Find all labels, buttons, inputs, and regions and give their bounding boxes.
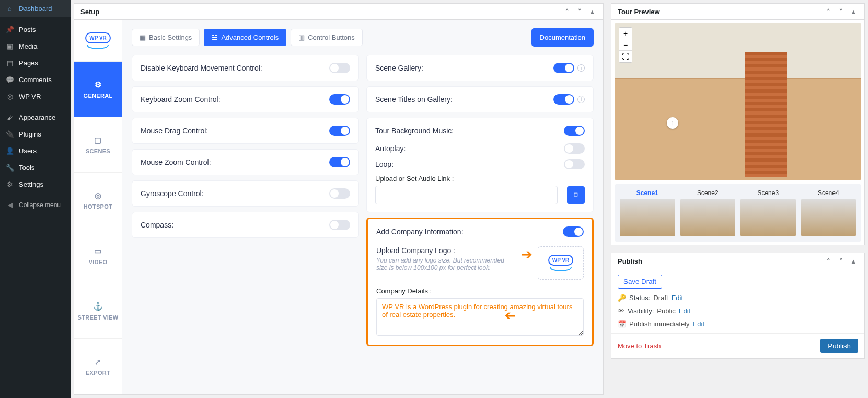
nav-tools[interactable]: 🔧Tools [0,159,71,176]
sidetab-video[interactable]: ▭VIDEO [74,228,122,283]
toggle-keyboard-move[interactable] [329,63,350,73]
panel-up-icon[interactable]: ˄ [824,256,833,266]
scene-thumb-2[interactable]: Scene2 [680,189,736,236]
company-details-input[interactable] [376,298,584,336]
media-icon: ▣ [5,41,15,51]
toggle-mouse-drag[interactable] [329,126,350,136]
sidetab-street[interactable]: ⚓STREET VIEW [74,283,122,339]
key-icon: 🔑 [618,294,626,302]
pano-viewer[interactable]: + − ⛶ ↑ [615,23,861,180]
panel-down-icon[interactable]: ˅ [836,256,846,266]
sidetab-scenes[interactable]: ▢SCENES [74,117,122,173]
panel-down-icon[interactable]: ˅ [836,7,846,16]
opt-keyboard-zoom: Keyboard Zoom Control: [132,86,359,112]
move-to-trash-link[interactable]: Move to Trash [618,342,661,350]
grid-icon: ▦ [140,33,146,41]
sidetab-export[interactable]: ↗EXPORT [74,339,122,394]
panel-up-icon[interactable]: ˄ [824,7,833,16]
pages-icon: ▤ [5,58,15,67]
setup-title: Setup [80,8,99,16]
save-draft-button[interactable]: Save Draft [618,275,662,289]
user-icon: 👤 [5,146,15,155]
opt-mouse-drag: Mouse Drag Control: [132,118,359,144]
nav-appearance[interactable]: 🖌Appearance [0,107,71,126]
scene-thumb-3[interactable]: Scene3 [740,189,796,236]
company-logo-slot[interactable]: WP VR [538,246,584,280]
publish-panel: Publish ˄ ˅ ▴ Save Draft 🔑Status: Draft … [611,253,865,359]
panel-toggle-icon[interactable]: ▴ [849,256,858,266]
nav-wpvr[interactable]: ◎WP VR [0,88,71,105]
documentation-button[interactable]: Documentation [531,28,594,47]
comment-icon: 💬 [5,75,15,84]
brush-icon: 🖌 [5,112,15,122]
toggle-autoplay[interactable] [564,143,585,154]
toggle-bg-music[interactable] [564,126,585,136]
tab-control-buttons[interactable]: ▥Control Buttons [291,29,363,46]
edit-schedule-link[interactable]: Edit [693,320,704,328]
wp-admin-sidebar: ⌂Dashboard 📌Posts ▣Media ▤Pages 💬Comment… [0,0,71,398]
edit-visibility-link[interactable]: Edit [679,307,690,315]
nav-media[interactable]: ▣Media [0,38,71,54]
setup-panel: Setup ˄ ˅ ▴ WP VR ⚙GENERAL ▢SCENES ◎HOTS… [74,3,604,395]
vr-icon: ◎ [5,92,15,101]
anchor-icon: ⚓ [93,302,103,311]
info-icon[interactable]: i [577,64,585,72]
viewer-controls: + − ⛶ [619,27,632,63]
sidetab-hotspot[interactable]: ◎HOTSPOT [74,173,122,228]
audio-upload-label: Upload or Set Audio Link : [375,175,585,183]
company-info-card: Add Company Information: Upload Company … [366,218,594,346]
hotspot-icon: ◎ [95,191,101,200]
wrench-icon: 🔧 [5,163,15,172]
nav-users[interactable]: 👤Users [0,142,71,159]
scene-thumbnails: Scene1 Scene2 Scene3 Scene4 [615,184,861,242]
scene-thumb-4[interactable]: Scene4 [801,189,857,236]
toggle-scene-gallery[interactable] [553,63,574,73]
nav-posts[interactable]: 📌Posts [0,19,71,38]
nav-pages[interactable]: ▤Pages [0,54,71,71]
scene-thumb-1[interactable]: Scene1 [620,189,675,236]
panel-toggle-icon[interactable]: ▴ [849,7,858,16]
tour-preview-panel: Tour Preview ˄ ˅ ▴ + − ⛶ ↑ [611,3,865,245]
zoom-in-button[interactable]: + [619,28,632,39]
toggle-compass[interactable] [329,220,350,230]
video-icon: ▭ [94,246,101,256]
edit-status-link[interactable]: Edit [672,294,683,302]
bg-music-card: Tour Background Music: Autoplay: Loop: U… [366,118,594,212]
nav-plugins[interactable]: 🔌Plugins [0,126,71,142]
toggle-scene-titles[interactable] [553,94,574,105]
sidetab-general[interactable]: ⚙GENERAL [74,62,122,117]
publish-title: Publish [618,257,642,265]
nav-settings[interactable]: ⚙Settings [0,176,71,192]
publish-button[interactable]: Publish [820,339,858,353]
setup-side-nav: WP VR ⚙GENERAL ▢SCENES ◎HOTSPOT ▭VIDEO ⚓… [74,20,122,394]
collapse-icon: ◀ [5,200,15,210]
toggle-loop[interactable] [564,159,585,169]
nav-dashboard[interactable]: ⌂Dashboard [0,0,71,17]
eye-icon: 👁 [618,307,624,315]
gear-icon: ⚙ [95,80,101,89]
scenes-icon: ▢ [94,135,101,145]
audio-link-input[interactable] [375,186,558,204]
export-icon: ↗ [95,357,101,367]
opt-keyboard-move: Disable Keyboard Movement Control: [132,55,359,81]
toggle-mouse-zoom[interactable] [329,157,350,167]
opt-compass: Compass: [132,212,359,238]
tab-advanced-controls[interactable]: ☱Advanced Controls [204,29,286,46]
zoom-out-button[interactable]: − [619,39,632,51]
layout-icon: ▥ [298,33,305,41]
collapse-menu[interactable]: ◀Collapse menu [0,195,71,213]
panel-toggle-icon[interactable]: ▴ [587,7,597,16]
toggle-keyboard-zoom[interactable] [329,94,350,105]
panel-down-icon[interactable]: ˅ [575,7,584,16]
toggle-company-info[interactable] [563,226,584,237]
panel-up-icon[interactable]: ˄ [562,7,572,16]
company-logo-label: Upload Company Logo : [376,246,516,255]
hotspot-marker[interactable]: ↑ [667,117,678,129]
info-icon[interactable]: i [577,96,585,103]
toggle-gyroscope[interactable] [329,188,350,199]
fullscreen-button[interactable]: ⛶ [619,51,632,62]
company-details-label: Company Details : [376,287,584,295]
tab-basic-settings[interactable]: ▦Basic Settings [132,29,200,46]
upload-audio-button[interactable]: ⧉ [567,186,585,204]
nav-comments[interactable]: 💬Comments [0,71,71,88]
